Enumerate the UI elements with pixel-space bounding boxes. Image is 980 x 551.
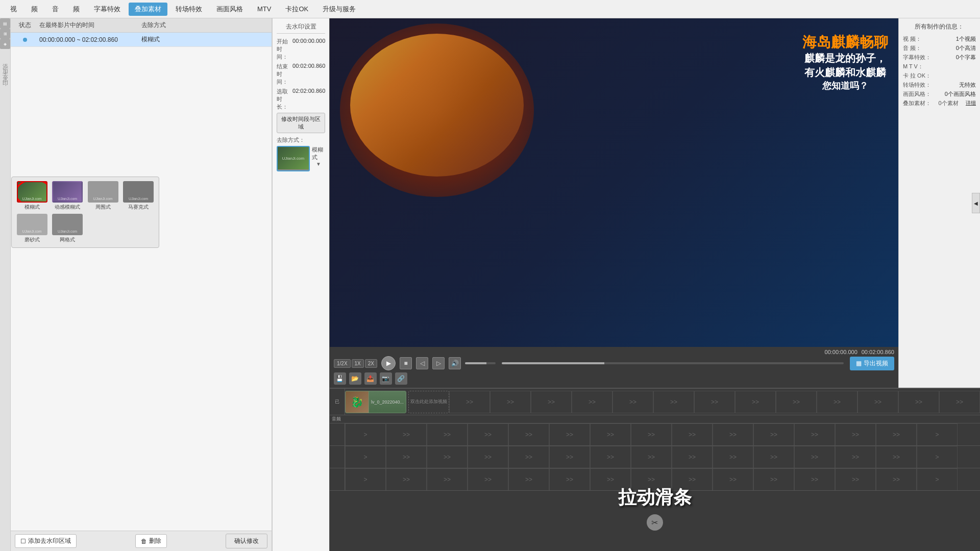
progress-bar[interactable] xyxy=(502,362,844,364)
player-icon-camera[interactable]: 📷 xyxy=(380,372,392,385)
e3-cell-6: >> xyxy=(549,468,590,490)
style-item-masaike[interactable]: UJianJi.com 马赛克式 xyxy=(122,181,155,211)
td-method: 模糊式 xyxy=(137,35,219,44)
player-icon-export2[interactable]: 📤 xyxy=(364,372,377,385)
start-time-row: 开始时间： 00:00:00.000 xyxy=(277,38,325,61)
current-style-preview[interactable]: UJianJi.com xyxy=(277,146,310,171)
e3-cell-12: >> xyxy=(794,468,835,490)
table-row[interactable]: 00:00:00.000 ~ 02:02:00.860 模糊式 xyxy=(11,33,272,47)
speed-2x[interactable]: 2X xyxy=(365,359,377,368)
scissors-icon[interactable]: ✂ xyxy=(647,514,663,531)
table-body: 00:00:00.000 ~ 02:02:00.860 模糊式 xyxy=(11,33,272,531)
sidebar-label-shuiyin: 去 xyxy=(2,65,9,69)
export-button[interactable]: ▦ 导出视频 xyxy=(850,357,894,370)
style-name-moshi2: 磨砂式 xyxy=(24,236,40,243)
collapse-arrow[interactable]: ◀ xyxy=(972,193,980,213)
menu-zhuanchang[interactable]: 转场特效 xyxy=(169,3,208,16)
th-method: 去除方式 xyxy=(137,21,219,30)
style-item-moshi[interactable]: UJianJi.com 模糊式 xyxy=(16,181,48,211)
menu-huamian[interactable]: 画面风格 xyxy=(210,3,249,16)
delete-icon: 🗑 xyxy=(141,538,147,545)
player-icon-share[interactable]: 🔗 xyxy=(395,372,407,385)
track-clip-main[interactable]: 🐉 lv_0_2022040... xyxy=(345,391,406,413)
delete-btn[interactable]: 🗑 删除 xyxy=(135,534,167,548)
style-thumb-moshi2: UJianJi.com xyxy=(17,214,47,235)
info-label-sucai: 叠加素材： xyxy=(903,99,931,107)
e3-cell-5: >> xyxy=(508,468,549,490)
add-icon: ☐ xyxy=(20,538,26,545)
style-popup: UJianJi.com 模糊式 UJianJi.com 动感模糊式 UJianJ… xyxy=(11,177,159,248)
arrow-cell-9: >> xyxy=(776,391,817,413)
add-watermark-btn[interactable]: ☐ 添加去水印区域 xyxy=(15,534,77,548)
menu-yin[interactable]: 音 xyxy=(46,3,65,16)
confirm-btn[interactable]: 确认修改 xyxy=(226,534,267,548)
speed-half[interactable]: 1/2X xyxy=(334,359,351,368)
end-time-row: 结束时间： 00:02:00.860 xyxy=(277,63,325,86)
clip-label: lv_0_2022040... xyxy=(369,397,406,407)
style-item-moshi2[interactable]: UJianJi.com 磨砂式 xyxy=(16,214,48,243)
sidebar-icon-3[interactable]: ◈ xyxy=(0,39,10,49)
e1-cell-2: >> xyxy=(386,423,427,445)
start-time-label: 开始时间： xyxy=(277,38,292,61)
menu-karlaok[interactable]: 卡拉OK xyxy=(279,3,314,16)
watermark-label-2: UJianJi.com xyxy=(58,197,77,201)
stop-button[interactable]: ■ xyxy=(400,357,412,369)
e3-cell-3: >> xyxy=(427,468,468,490)
menu-pin2[interactable]: 频 xyxy=(67,3,86,16)
dropdown-arrow[interactable]: ▼ xyxy=(312,161,325,167)
next-frame-button[interactable]: ▷ xyxy=(432,357,445,369)
menu-zimu[interactable]: 字幕特效 xyxy=(88,3,127,16)
total-time: 00:02:00.860 xyxy=(862,349,894,355)
style-name-zhouwei: 周围式 xyxy=(95,204,111,211)
play-button[interactable]: ▶ xyxy=(381,356,396,370)
sidebar-icon-2[interactable]: ⊞ xyxy=(0,29,10,39)
style-item-zhouwei[interactable]: UJianJi.com 周围式 xyxy=(87,181,119,211)
menu-mtv[interactable]: MTV xyxy=(251,3,277,15)
e3-cell-10: >> xyxy=(713,468,753,490)
arrow-cell-4: >> xyxy=(572,391,612,413)
e2-cell-9: >> xyxy=(672,446,713,468)
sidebar-icon-1[interactable]: ▤ xyxy=(0,18,10,29)
e1-cell-14: >> xyxy=(876,423,917,445)
player-icon-save[interactable]: 💾 xyxy=(334,372,346,385)
detail-button[interactable]: 详细 xyxy=(966,99,976,107)
preview-title: 海岛麒麟畅聊 xyxy=(802,34,888,51)
e1-cell-3: >> xyxy=(427,423,468,445)
sidebar-label-shuiyin3: 印 xyxy=(2,73,9,78)
style-item-donggantuse[interactable]: UJianJi.com 动感模糊式 xyxy=(51,181,84,211)
e3-cell-13: >> xyxy=(835,468,876,490)
controls-row: 1/2X 1X 2X ▶ ■ ◁ ▷ 🔊 ▦ 导出视频 xyxy=(334,356,894,370)
watermark-label-5: UJianJi.com xyxy=(22,230,42,233)
player-controls: 00:00:00.000 00:02:00.860 1/2X 1X 2X ▶ ■… xyxy=(330,347,898,388)
style-item-wangge[interactable]: UJianJi.com 网格式 xyxy=(51,214,84,243)
info-label-zimu: 字幕特效： xyxy=(903,54,931,61)
e2-cell-13: >> xyxy=(835,446,876,468)
left-panel: 状态 在最终影片中的时间 去除方式 00:00:00.000 ~ 02:02:0… xyxy=(11,18,272,551)
arrow-cell-11: >> xyxy=(857,391,898,413)
export-icon: ▦ xyxy=(856,360,862,367)
prev-frame-button[interactable]: ◁ xyxy=(416,357,428,369)
sidebar-label-add2: 加 xyxy=(2,61,9,65)
menu-pin[interactable]: 频 xyxy=(25,3,44,16)
menu-diejia[interactable]: 叠加素材 xyxy=(129,3,167,16)
preview-area: 海岛麒麟畅聊 麒麟是龙的孙子， 有火麒麟和水麒麟 您知道吗？ 00:00:00.… xyxy=(330,18,898,388)
info-row-mtv: M T V： xyxy=(903,63,976,70)
menu-shi[interactable]: 视 xyxy=(4,3,23,16)
info-value-zimu: 0个字幕 xyxy=(956,54,976,61)
e3-cell-4: >> xyxy=(468,468,508,490)
volume-slider[interactable] xyxy=(465,362,496,364)
style-name-wangge: 网格式 xyxy=(60,236,75,243)
watermark-label-4: UJianJi.com xyxy=(129,197,148,201)
speed-1x[interactable]: 1X xyxy=(352,359,364,368)
clip-thumbnail: 🐉 xyxy=(346,391,369,413)
vertical-sidebar: ▤ ⊞ ◈ 添 加 去 水 印 xyxy=(0,18,11,551)
e2-cell-10: >> xyxy=(713,446,753,468)
method-label: 去除方式： xyxy=(277,136,325,144)
info-label-huamian: 画面风格： xyxy=(903,90,931,98)
add-clip-area[interactable]: 双击此处添加视频 xyxy=(408,391,449,413)
player-icon-open[interactable]: 📂 xyxy=(349,372,361,385)
modify-time-btn[interactable]: 修改时间段与区域 xyxy=(277,113,325,133)
menu-shengji[interactable]: 升级与服务 xyxy=(316,3,362,16)
volume-icon[interactable]: 🔊 xyxy=(449,357,461,369)
settings-title: 去水印设置 xyxy=(277,22,325,34)
